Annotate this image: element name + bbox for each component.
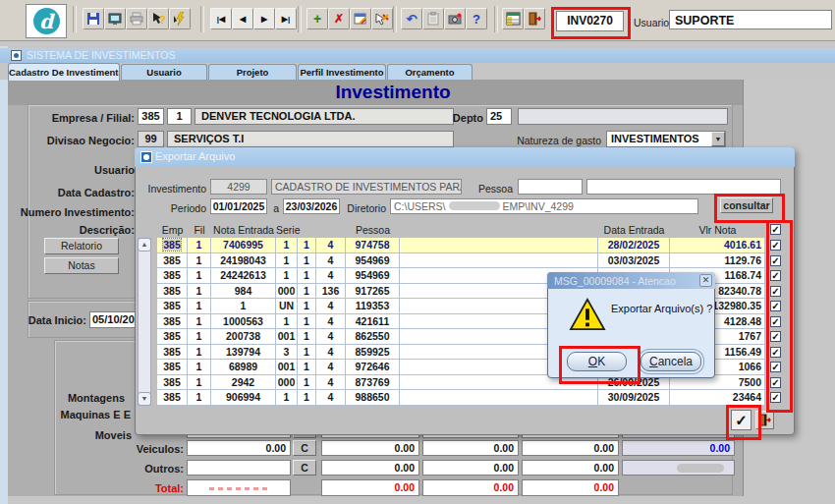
grid-scrollbar[interactable]: [138, 238, 151, 406]
pessoa-nome-field[interactable]: [586, 179, 781, 195]
grid-cell[interactable]: 385: [157, 375, 188, 391]
pessoa-field[interactable]: [518, 179, 583, 195]
grid-cell[interactable]: 1: [188, 345, 211, 361]
grid-cell[interactable]: 1: [188, 238, 211, 253]
grid-cell[interactable]: 1: [276, 238, 298, 253]
grid-cell[interactable]: 68989: [211, 360, 276, 375]
grid-cell[interactable]: 1: [188, 329, 211, 345]
scroll-down-button[interactable]: ▼: [138, 392, 151, 406]
grid-cell[interactable]: 200738: [211, 329, 276, 345]
grid-cell[interactable]: 1: [298, 299, 316, 314]
grid-cell[interactable]: 3: [276, 345, 298, 361]
grid-cell[interactable]: 385: [157, 284, 188, 300]
grid-cell[interactable]: 000: [276, 375, 298, 391]
grid-cell[interactable]: 972646: [346, 360, 400, 375]
relatorio-button[interactable]: Relatorio: [44, 238, 119, 254]
veiculos-value-1[interactable]: 0.00: [187, 440, 291, 456]
grid-cell[interactable]: 385: [157, 314, 188, 330]
grid-cell[interactable]: 906994: [211, 390, 276, 406]
veiculos-c-button[interactable]: C: [293, 440, 316, 456]
grid-cell[interactable]: 1: [276, 253, 298, 269]
outros-value-4[interactable]: 0.00: [522, 460, 619, 476]
help-wizard-button[interactable]: ?: [147, 8, 169, 29]
natureza-gasto-select[interactable]: INVESTIMENTOS: [606, 131, 726, 147]
grid-cell[interactable]: 7406995: [211, 238, 276, 253]
grid-cell[interactable]: 1: [188, 268, 211, 284]
grid-cell[interactable]: 954969: [346, 253, 400, 269]
grid-cell[interactable]: 28/02/2025: [598, 238, 670, 253]
grid-cell[interactable]: 001: [276, 360, 298, 375]
grid-cell[interactable]: 1: [188, 284, 211, 300]
grid-cell[interactable]: 385: [157, 253, 188, 269]
diretorio-field[interactable]: C:\USERS\EMP\INV_4299: [390, 198, 698, 214]
spreadsheet-button[interactable]: [502, 8, 524, 29]
grid-cell[interactable]: 1: [188, 390, 211, 406]
grid-cell[interactable]: 1: [276, 390, 298, 406]
grid-cell[interactable]: 385: [157, 390, 188, 406]
outros-value-2[interactable]: 0.00: [321, 460, 419, 476]
grid-cell[interactable]: 1: [298, 375, 316, 391]
veiculos-value-3[interactable]: 0.00: [422, 440, 519, 456]
grid-cell[interactable]: 385: [157, 360, 188, 375]
grid-cell[interactable]: 1: [276, 314, 298, 330]
delete-record-button[interactable]: ✗: [328, 8, 350, 29]
grid-cell[interactable]: 988650: [346, 390, 400, 406]
natureza-dropdown-button[interactable]: ▼: [711, 132, 725, 146]
grid-cell[interactable]: 385: [157, 299, 188, 314]
veiculos-value-4[interactable]: 0.00: [522, 440, 619, 456]
grid-cell[interactable]: [400, 238, 598, 253]
grid-cell[interactable]: 917265: [346, 284, 400, 300]
outros-c-button[interactable]: C: [293, 460, 316, 476]
grid-cell[interactable]: 4: [316, 375, 346, 391]
grid-cell[interactable]: 1: [188, 299, 211, 314]
outros-value-1[interactable]: [187, 460, 291, 476]
grid-cell[interactable]: 421611: [346, 314, 400, 330]
grid-cell[interactable]: 30/09/2025: [598, 390, 670, 406]
tab-cadastro-de-investimento[interactable]: Cadastro De Investimento: [8, 63, 120, 81]
message-close-button[interactable]: ✕: [699, 274, 712, 287]
outros-value-3[interactable]: 0.00: [422, 460, 519, 476]
attach-button[interactable]: [444, 8, 466, 29]
grid-cell[interactable]: 1: [298, 390, 316, 406]
grid-cell[interactable]: 1: [188, 253, 211, 269]
paste-button[interactable]: [422, 8, 444, 29]
grid-cell[interactable]: 1: [298, 345, 316, 361]
execute-button[interactable]: [169, 8, 191, 29]
grid-cell[interactable]: 4: [316, 329, 346, 345]
grid-cell[interactable]: 119353: [346, 299, 400, 314]
grid-cell[interactable]: 139794: [211, 345, 276, 361]
screen-button[interactable]: [104, 8, 126, 29]
exit-button[interactable]: [524, 8, 545, 29]
grid-cell[interactable]: 001: [276, 329, 298, 345]
grid-cell[interactable]: 1: [298, 238, 316, 253]
grid-cell[interactable]: [400, 253, 598, 269]
tab-projeto[interactable]: Projeto: [208, 64, 297, 80]
grid-cell[interactable]: 1: [298, 360, 316, 375]
last-record-button[interactable]: ▶|: [275, 8, 297, 29]
grid-cell[interactable]: 1000563: [211, 314, 276, 330]
edit-record-button[interactable]: [350, 8, 371, 29]
grid-cell[interactable]: 1129.76: [670, 253, 765, 269]
grid-cell[interactable]: 1: [276, 268, 298, 284]
grid-cell[interactable]: 385: [157, 238, 188, 253]
periodo-ate-field[interactable]: 23/03/2026: [283, 198, 340, 214]
grid-cell[interactable]: 4: [316, 299, 346, 314]
cancela-button[interactable]: Cancela: [640, 352, 701, 371]
grid-cell[interactable]: 1: [188, 375, 211, 391]
first-record-button[interactable]: |◀: [210, 8, 232, 29]
grid-cell[interactable]: UN: [276, 299, 298, 314]
periodo-de-field[interactable]: 01/01/2025: [210, 198, 267, 214]
depto-field[interactable]: 25: [486, 108, 512, 125]
tab-usuario[interactable]: Usuario: [121, 64, 207, 80]
grid-cell[interactable]: 4: [316, 314, 346, 330]
previous-record-button[interactable]: ◀: [232, 8, 253, 29]
grid-cell[interactable]: 4: [316, 253, 346, 269]
grid-cell[interactable]: 974758: [346, 238, 400, 253]
grid-cell[interactable]: 4: [316, 345, 346, 361]
app-logo-button[interactable]: d: [26, 4, 67, 38]
grid-cell[interactable]: 862550: [346, 329, 400, 345]
grid-cell[interactable]: 24198043: [211, 253, 276, 269]
grid-cell[interactable]: 2942: [211, 375, 276, 391]
grid-cell[interactable]: 136: [316, 284, 346, 300]
grid-cell[interactable]: 1: [298, 314, 316, 330]
